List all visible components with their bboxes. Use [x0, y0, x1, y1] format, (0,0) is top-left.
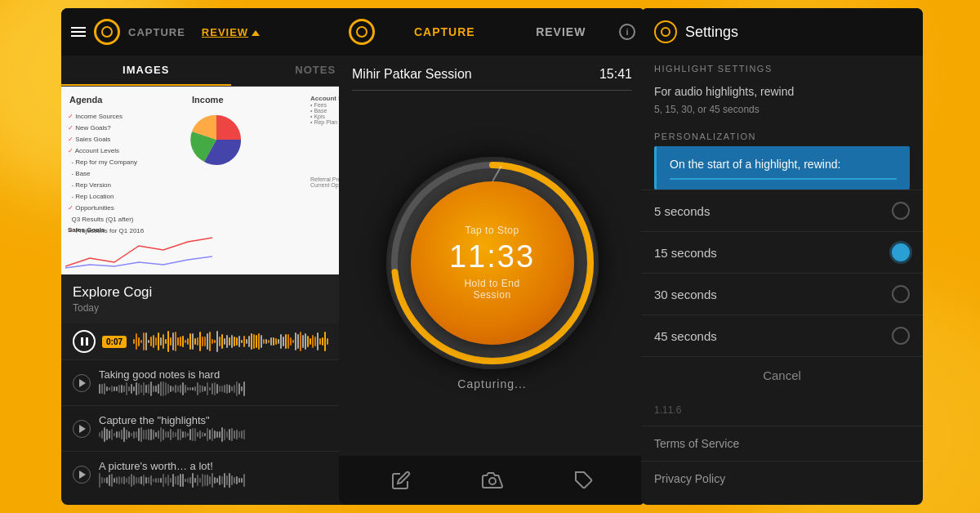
- highlight-sub-text: 5, 15, 30, or 45 seconds: [641, 104, 923, 123]
- play-button-0[interactable]: [73, 374, 91, 392]
- terms-row: Terms of Service: [641, 426, 923, 461]
- radio-circle-1: [892, 243, 910, 261]
- tab-capture-left[interactable]: CAPTURE: [128, 26, 185, 38]
- radio-option-2[interactable]: 30 seconds: [641, 273, 923, 314]
- info-button-center[interactable]: i: [619, 24, 635, 40]
- highlight-box-text: On the start of a highlight, rewind:: [670, 156, 897, 173]
- highlight-box: On the start of a highlight, rewind:: [654, 146, 910, 190]
- tag-toolbar-btn[interactable]: [574, 471, 594, 490]
- time-badge: 0:07: [102, 336, 127, 348]
- cancel-row: Cancel: [641, 356, 923, 395]
- pause-icon: [81, 337, 88, 346]
- play-icon-1: [79, 425, 86, 433]
- edit-toolbar-btn[interactable]: [391, 471, 411, 490]
- dial-outer: Tap to Stop 11:33 Hold to EndSession: [386, 157, 599, 369]
- radio-label-2: 30 seconds: [654, 288, 717, 301]
- wb-agenda-label: Agenda: [69, 95, 102, 105]
- radio-circle-2: [892, 285, 910, 303]
- radio-option-3[interactable]: 45 seconds: [641, 314, 923, 356]
- radio-option-0[interactable]: 5 seconds: [641, 190, 923, 231]
- bottom-toolbar-center: [339, 456, 645, 505]
- dial-container: Tap to Stop 11:33 Hold to EndSession: [386, 157, 599, 369]
- svg-point-5: [489, 478, 496, 484]
- note-waveform-1: [99, 426, 365, 443]
- cancel-button[interactable]: Cancel: [763, 368, 801, 382]
- wb-sales-goals: Sales Goals: [68, 226, 105, 234]
- line-chart: [65, 234, 212, 270]
- highlight-section-label: HIGHLIGHT SETTINGS: [641, 56, 923, 78]
- settings-header: Settings: [641, 8, 923, 56]
- radio-circle-0: [892, 202, 910, 220]
- radio-option-1[interactable]: 15 seconds: [641, 231, 923, 273]
- session-header-center: Mihir Patkar Session 15:41: [339, 56, 645, 90]
- play-button-2[interactable]: [73, 466, 91, 484]
- radio-circle-3: [892, 327, 910, 345]
- note-waveform-2: [99, 472, 365, 488]
- radio-label-1: 15 seconds: [654, 246, 717, 260]
- chevron-up-icon: [252, 30, 260, 36]
- right-panel: Settings HIGHLIGHT SETTINGS For audio hi…: [641, 8, 923, 505]
- personalization-label: PERSONALIZATION: [641, 123, 923, 146]
- camera-toolbar-btn[interactable]: [482, 471, 503, 489]
- tab-images[interactable]: IMAGES: [61, 56, 231, 86]
- note-text-1: Capture the "highlights": [99, 414, 365, 426]
- privacy-row: Privacy Policy: [641, 461, 923, 496]
- session-name-center: Mihir Patkar Session: [352, 67, 472, 82]
- play-button-1[interactable]: [73, 420, 91, 438]
- wb-income-label: Income: [192, 95, 224, 105]
- hold-to-end-label: Hold to EndSession: [464, 278, 519, 301]
- highlight-info-text: For audio highlights, rewind: [641, 78, 923, 104]
- note-waveform-0: [99, 381, 365, 397]
- tap-to-stop-label: Tap to Stop: [465, 225, 519, 236]
- radio-label-0: 5 seconds: [654, 204, 710, 218]
- settings-title: Settings: [685, 24, 738, 41]
- radio-label-3: 45 seconds: [654, 329, 717, 343]
- tab-review-center[interactable]: REVIEW: [503, 25, 620, 38]
- play-icon-0: [79, 379, 86, 387]
- center-panel: CAPTURE REVIEW i Mihir Patkar Session 15…: [339, 8, 645, 505]
- session-time-center: 15:41: [599, 67, 632, 82]
- terms-link[interactable]: Terms of Service: [654, 437, 739, 450]
- logo-right: [654, 20, 677, 43]
- logo-left: [94, 19, 120, 45]
- dial-area: Tap to Stop 11:33 Hold to EndSession Cap…: [339, 91, 645, 456]
- play-icon-2: [79, 471, 86, 479]
- privacy-link[interactable]: Privacy Policy: [654, 472, 725, 485]
- note-text-0: Taking good notes is hard: [99, 368, 365, 381]
- note-text-2: A picture's worth… a lot!: [99, 460, 365, 472]
- capturing-status: Capturing...: [457, 377, 526, 390]
- hamburger-menu[interactable]: [71, 27, 86, 37]
- tab-capture-center[interactable]: CAPTURE: [386, 25, 503, 38]
- timer-display: 11:33: [449, 239, 535, 274]
- center-top-bar: CAPTURE REVIEW i: [339, 8, 645, 56]
- wb-notes-lines: ✓ Income Sources ✓ New Goals? ✓ Sales Go…: [68, 111, 144, 237]
- tab-review-left[interactable]: REVIEW: [202, 26, 248, 38]
- logo-center: [349, 19, 375, 45]
- pie-chart: [188, 111, 245, 168]
- version-text: 1.11.6: [641, 395, 923, 426]
- pause-button[interactable]: [73, 330, 96, 353]
- dial-inner-button[interactable]: Tap to Stop 11:33 Hold to EndSession: [411, 181, 574, 345]
